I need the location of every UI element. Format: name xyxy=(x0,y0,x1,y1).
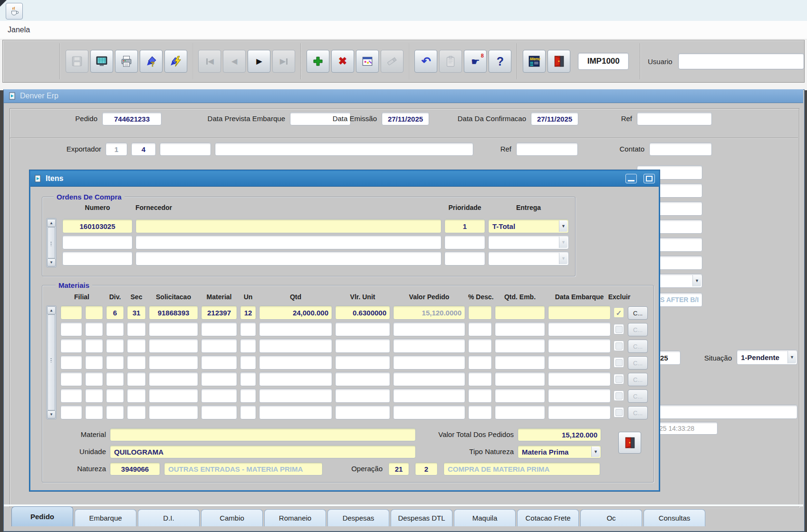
material-cell[interactable] xyxy=(201,322,237,336)
exportador-name-field[interactable] xyxy=(215,142,473,156)
qtd-cell[interactable] xyxy=(259,372,332,386)
tab-despesas[interactable]: Despesas xyxy=(327,509,389,526)
div-cell[interactable]: 6 xyxy=(106,305,124,320)
filial2-cell[interactable] xyxy=(85,372,103,386)
tab-d-i-[interactable]: D.I. xyxy=(138,509,200,526)
data-embarque-cell[interactable] xyxy=(548,389,611,403)
sec-cell[interactable] xyxy=(127,355,146,370)
java-app-button[interactable] xyxy=(6,3,23,19)
data-embarque-cell[interactable] xyxy=(548,355,611,370)
numero-cell[interactable] xyxy=(62,235,133,249)
qtd-emb-cell[interactable] xyxy=(495,339,545,353)
side-wide-field[interactable] xyxy=(637,405,797,419)
numero-cell[interactable]: 160103025 xyxy=(62,219,133,233)
solicitacao-cell[interactable] xyxy=(149,355,198,370)
material-cell[interactable] xyxy=(201,355,237,370)
c-button[interactable]: C... xyxy=(628,373,648,386)
dialog-exit-button[interactable] xyxy=(618,432,641,454)
excluir-checkbox[interactable] xyxy=(614,341,624,351)
qtd-cell[interactable]: 24,000.000 xyxy=(259,305,332,320)
previous-record-button[interactable]: ◀ xyxy=(223,50,246,73)
un-cell[interactable] xyxy=(240,355,256,370)
unidade-field[interactable]: QUILOGRAMA xyxy=(110,445,416,458)
desc-cell[interactable] xyxy=(468,389,492,403)
filial-cell[interactable] xyxy=(60,405,82,419)
desc-cell[interactable] xyxy=(468,339,492,353)
filial-cell[interactable] xyxy=(60,339,82,353)
div-cell[interactable] xyxy=(106,355,124,370)
tab-cotacao-frete[interactable]: Cotacao Frete xyxy=(517,509,579,526)
ref2-field[interactable] xyxy=(516,142,578,156)
material-cell[interactable] xyxy=(201,372,237,386)
un-cell[interactable] xyxy=(240,372,256,386)
filial-cell[interactable] xyxy=(60,322,82,336)
data-embarque-cell[interactable] xyxy=(548,405,611,419)
excluir-checkbox[interactable] xyxy=(614,407,624,418)
menu-janela[interactable]: Janela xyxy=(8,21,30,39)
sec-cell[interactable] xyxy=(127,339,146,353)
qtd-cell[interactable] xyxy=(259,355,332,370)
numero-cell[interactable] xyxy=(62,251,133,266)
add-record-button[interactable] xyxy=(307,50,329,73)
list-of-values-button[interactable] xyxy=(356,50,379,73)
delete-record-button[interactable]: ✖ xyxy=(331,50,354,73)
entrega-combo[interactable]: ▼ xyxy=(488,235,569,249)
filial2-cell[interactable] xyxy=(85,322,103,336)
desc-cell[interactable] xyxy=(468,355,492,370)
usuario-field[interactable] xyxy=(678,53,804,69)
chevron-down-icon[interactable]: ▼ xyxy=(559,220,567,232)
sec-cell[interactable] xyxy=(127,389,146,403)
sec-cell[interactable] xyxy=(127,405,146,419)
pedido-field[interactable]: 744621233 xyxy=(102,112,162,125)
data-embarque-cell[interactable] xyxy=(548,372,611,386)
minimize-button[interactable] xyxy=(625,174,637,183)
next-record-button[interactable]: ▶ xyxy=(248,50,270,73)
excluir-checkbox[interactable] xyxy=(614,390,624,401)
enter-query-button[interactable]: ? xyxy=(140,50,163,73)
prioridade-cell[interactable] xyxy=(444,251,485,266)
sec-cell[interactable] xyxy=(127,372,146,386)
excluir-checkbox[interactable] xyxy=(614,357,624,368)
un-cell[interactable]: 12 xyxy=(240,305,256,320)
natureza-code-field[interactable]: 3949066 xyxy=(110,462,160,475)
entrega-combo[interactable]: T-Total ▼ xyxy=(488,219,569,233)
c-button[interactable]: C... xyxy=(628,356,648,370)
undo-button[interactable]: ↶ xyxy=(414,50,437,73)
div-cell[interactable] xyxy=(106,322,124,336)
solicitacao-cell[interactable] xyxy=(149,389,198,403)
fornecedor-cell[interactable] xyxy=(135,251,442,266)
help-button[interactable]: ? xyxy=(489,50,511,73)
operacao-code2-field[interactable]: 2 xyxy=(415,462,438,475)
exportador-code2-field[interactable]: 4 xyxy=(131,142,156,156)
un-cell[interactable] xyxy=(240,405,256,419)
execute-query-button[interactable] xyxy=(164,50,187,73)
vlr-unit-cell[interactable] xyxy=(335,389,390,403)
qtd-cell[interactable] xyxy=(259,322,332,336)
tab-embarque[interactable]: Embarque xyxy=(75,509,136,526)
commit-button[interactable]: ☛8 xyxy=(464,50,487,73)
data-embarque-cell[interactable] xyxy=(548,339,611,353)
qtd-emb-cell[interactable] xyxy=(495,305,545,320)
filial2-cell[interactable] xyxy=(85,339,103,353)
desc-cell[interactable] xyxy=(468,405,492,419)
vlr-unit-cell[interactable] xyxy=(335,339,390,353)
qtd-emb-cell[interactable] xyxy=(495,322,545,336)
filial-cell[interactable] xyxy=(60,355,82,370)
qtd-emb-cell[interactable] xyxy=(495,355,545,370)
screen-button[interactable] xyxy=(90,50,113,73)
chevron-down-icon[interactable]: ▼ xyxy=(788,351,796,363)
data-embarque-cell[interactable] xyxy=(548,305,611,320)
filial-cell[interactable] xyxy=(60,305,82,320)
exportador-code3-field[interactable] xyxy=(160,142,211,156)
entrega-combo[interactable]: ▼ xyxy=(488,251,569,266)
un-cell[interactable] xyxy=(240,389,256,403)
material-cell[interactable] xyxy=(201,339,237,353)
material-field[interactable] xyxy=(110,428,416,441)
chevron-down-icon[interactable]: ▼ xyxy=(591,446,600,457)
excluir-checkbox[interactable]: ✓ xyxy=(614,307,624,318)
sec-cell[interactable] xyxy=(127,322,146,336)
contato-field[interactable] xyxy=(649,142,712,156)
filial2-cell[interactable] xyxy=(85,405,103,419)
material-cell[interactable]: 212397 xyxy=(201,305,237,320)
div-cell[interactable] xyxy=(106,339,124,353)
